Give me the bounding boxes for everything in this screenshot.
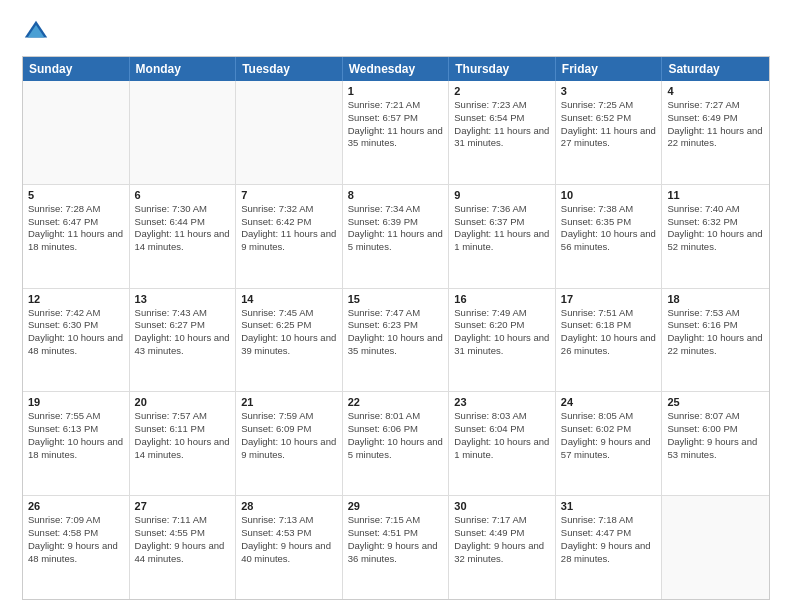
weekday-header-friday: Friday <box>556 57 663 81</box>
day-number: 10 <box>561 189 657 201</box>
day-cell-5: 5Sunrise: 7:28 AM Sunset: 6:47 PM Daylig… <box>23 185 130 288</box>
day-info: Sunrise: 7:38 AM Sunset: 6:35 PM Dayligh… <box>561 203 657 254</box>
calendar-row-2: 12Sunrise: 7:42 AM Sunset: 6:30 PM Dayli… <box>23 289 769 393</box>
day-cell-27: 27Sunrise: 7:11 AM Sunset: 4:55 PM Dayli… <box>130 496 237 599</box>
day-info: Sunrise: 7:11 AM Sunset: 4:55 PM Dayligh… <box>135 514 231 565</box>
day-number: 11 <box>667 189 764 201</box>
day-cell-3: 3Sunrise: 7:25 AM Sunset: 6:52 PM Daylig… <box>556 81 663 184</box>
day-cell-31: 31Sunrise: 7:18 AM Sunset: 4:47 PM Dayli… <box>556 496 663 599</box>
day-cell-24: 24Sunrise: 8:05 AM Sunset: 6:02 PM Dayli… <box>556 392 663 495</box>
day-number: 19 <box>28 396 124 408</box>
day-number: 2 <box>454 85 550 97</box>
day-info: Sunrise: 7:13 AM Sunset: 4:53 PM Dayligh… <box>241 514 337 565</box>
day-cell-12: 12Sunrise: 7:42 AM Sunset: 6:30 PM Dayli… <box>23 289 130 392</box>
day-info: Sunrise: 7:27 AM Sunset: 6:49 PM Dayligh… <box>667 99 764 150</box>
day-cell-7: 7Sunrise: 7:32 AM Sunset: 6:42 PM Daylig… <box>236 185 343 288</box>
empty-cell-0-0 <box>23 81 130 184</box>
day-cell-21: 21Sunrise: 7:59 AM Sunset: 6:09 PM Dayli… <box>236 392 343 495</box>
day-number: 23 <box>454 396 550 408</box>
day-cell-18: 18Sunrise: 7:53 AM Sunset: 6:16 PM Dayli… <box>662 289 769 392</box>
weekday-header-thursday: Thursday <box>449 57 556 81</box>
day-info: Sunrise: 8:05 AM Sunset: 6:02 PM Dayligh… <box>561 410 657 461</box>
logo-icon <box>22 18 50 46</box>
day-info: Sunrise: 7:18 AM Sunset: 4:47 PM Dayligh… <box>561 514 657 565</box>
weekday-header-sunday: Sunday <box>23 57 130 81</box>
day-number: 16 <box>454 293 550 305</box>
day-info: Sunrise: 7:17 AM Sunset: 4:49 PM Dayligh… <box>454 514 550 565</box>
day-info: Sunrise: 7:23 AM Sunset: 6:54 PM Dayligh… <box>454 99 550 150</box>
day-number: 18 <box>667 293 764 305</box>
day-info: Sunrise: 7:57 AM Sunset: 6:11 PM Dayligh… <box>135 410 231 461</box>
day-cell-30: 30Sunrise: 7:17 AM Sunset: 4:49 PM Dayli… <box>449 496 556 599</box>
empty-cell-4-6 <box>662 496 769 599</box>
day-info: Sunrise: 7:30 AM Sunset: 6:44 PM Dayligh… <box>135 203 231 254</box>
weekday-header-wednesday: Wednesday <box>343 57 450 81</box>
calendar-row-3: 19Sunrise: 7:55 AM Sunset: 6:13 PM Dayli… <box>23 392 769 496</box>
day-info: Sunrise: 7:32 AM Sunset: 6:42 PM Dayligh… <box>241 203 337 254</box>
day-number: 17 <box>561 293 657 305</box>
day-number: 21 <box>241 396 337 408</box>
day-number: 5 <box>28 189 124 201</box>
weekday-header-monday: Monday <box>130 57 237 81</box>
day-cell-14: 14Sunrise: 7:45 AM Sunset: 6:25 PM Dayli… <box>236 289 343 392</box>
day-info: Sunrise: 7:59 AM Sunset: 6:09 PM Dayligh… <box>241 410 337 461</box>
day-info: Sunrise: 7:42 AM Sunset: 6:30 PM Dayligh… <box>28 307 124 358</box>
day-number: 4 <box>667 85 764 97</box>
day-cell-13: 13Sunrise: 7:43 AM Sunset: 6:27 PM Dayli… <box>130 289 237 392</box>
day-info: Sunrise: 7:51 AM Sunset: 6:18 PM Dayligh… <box>561 307 657 358</box>
day-info: Sunrise: 7:45 AM Sunset: 6:25 PM Dayligh… <box>241 307 337 358</box>
calendar-row-4: 26Sunrise: 7:09 AM Sunset: 4:58 PM Dayli… <box>23 496 769 599</box>
day-number: 29 <box>348 500 444 512</box>
day-number: 9 <box>454 189 550 201</box>
day-info: Sunrise: 7:55 AM Sunset: 6:13 PM Dayligh… <box>28 410 124 461</box>
day-cell-26: 26Sunrise: 7:09 AM Sunset: 4:58 PM Dayli… <box>23 496 130 599</box>
day-number: 8 <box>348 189 444 201</box>
day-cell-19: 19Sunrise: 7:55 AM Sunset: 6:13 PM Dayli… <box>23 392 130 495</box>
day-cell-22: 22Sunrise: 8:01 AM Sunset: 6:06 PM Dayli… <box>343 392 450 495</box>
weekday-header-tuesday: Tuesday <box>236 57 343 81</box>
calendar-header: SundayMondayTuesdayWednesdayThursdayFrid… <box>23 57 769 81</box>
empty-cell-0-1 <box>130 81 237 184</box>
page: SundayMondayTuesdayWednesdayThursdayFrid… <box>0 0 792 612</box>
day-info: Sunrise: 8:01 AM Sunset: 6:06 PM Dayligh… <box>348 410 444 461</box>
day-info: Sunrise: 7:40 AM Sunset: 6:32 PM Dayligh… <box>667 203 764 254</box>
day-info: Sunrise: 7:34 AM Sunset: 6:39 PM Dayligh… <box>348 203 444 254</box>
day-cell-28: 28Sunrise: 7:13 AM Sunset: 4:53 PM Dayli… <box>236 496 343 599</box>
day-info: Sunrise: 7:25 AM Sunset: 6:52 PM Dayligh… <box>561 99 657 150</box>
day-info: Sunrise: 7:09 AM Sunset: 4:58 PM Dayligh… <box>28 514 124 565</box>
day-cell-15: 15Sunrise: 7:47 AM Sunset: 6:23 PM Dayli… <box>343 289 450 392</box>
empty-cell-0-2 <box>236 81 343 184</box>
day-cell-6: 6Sunrise: 7:30 AM Sunset: 6:44 PM Daylig… <box>130 185 237 288</box>
day-info: Sunrise: 7:21 AM Sunset: 6:57 PM Dayligh… <box>348 99 444 150</box>
day-number: 27 <box>135 500 231 512</box>
day-info: Sunrise: 7:15 AM Sunset: 4:51 PM Dayligh… <box>348 514 444 565</box>
day-cell-1: 1Sunrise: 7:21 AM Sunset: 6:57 PM Daylig… <box>343 81 450 184</box>
day-number: 7 <box>241 189 337 201</box>
day-cell-11: 11Sunrise: 7:40 AM Sunset: 6:32 PM Dayli… <box>662 185 769 288</box>
calendar-body: 1Sunrise: 7:21 AM Sunset: 6:57 PM Daylig… <box>23 81 769 599</box>
day-info: Sunrise: 8:07 AM Sunset: 6:00 PM Dayligh… <box>667 410 764 461</box>
day-number: 1 <box>348 85 444 97</box>
day-cell-29: 29Sunrise: 7:15 AM Sunset: 4:51 PM Dayli… <box>343 496 450 599</box>
day-info: Sunrise: 8:03 AM Sunset: 6:04 PM Dayligh… <box>454 410 550 461</box>
day-number: 14 <box>241 293 337 305</box>
day-info: Sunrise: 7:49 AM Sunset: 6:20 PM Dayligh… <box>454 307 550 358</box>
day-cell-9: 9Sunrise: 7:36 AM Sunset: 6:37 PM Daylig… <box>449 185 556 288</box>
day-number: 24 <box>561 396 657 408</box>
day-cell-10: 10Sunrise: 7:38 AM Sunset: 6:35 PM Dayli… <box>556 185 663 288</box>
day-number: 15 <box>348 293 444 305</box>
calendar: SundayMondayTuesdayWednesdayThursdayFrid… <box>22 56 770 600</box>
calendar-row-1: 5Sunrise: 7:28 AM Sunset: 6:47 PM Daylig… <box>23 185 769 289</box>
day-info: Sunrise: 7:47 AM Sunset: 6:23 PM Dayligh… <box>348 307 444 358</box>
day-cell-17: 17Sunrise: 7:51 AM Sunset: 6:18 PM Dayli… <box>556 289 663 392</box>
day-number: 25 <box>667 396 764 408</box>
day-cell-20: 20Sunrise: 7:57 AM Sunset: 6:11 PM Dayli… <box>130 392 237 495</box>
weekday-header-saturday: Saturday <box>662 57 769 81</box>
day-number: 13 <box>135 293 231 305</box>
day-number: 28 <box>241 500 337 512</box>
day-cell-25: 25Sunrise: 8:07 AM Sunset: 6:00 PM Dayli… <box>662 392 769 495</box>
day-number: 30 <box>454 500 550 512</box>
day-info: Sunrise: 7:36 AM Sunset: 6:37 PM Dayligh… <box>454 203 550 254</box>
day-number: 12 <box>28 293 124 305</box>
calendar-row-0: 1Sunrise: 7:21 AM Sunset: 6:57 PM Daylig… <box>23 81 769 185</box>
